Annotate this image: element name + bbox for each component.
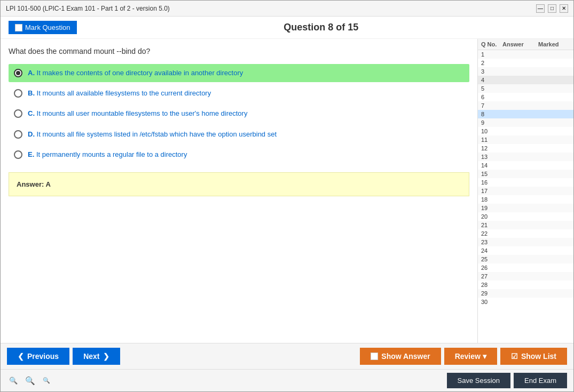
sidebar-row-answer bbox=[502, 247, 538, 254]
option-c[interactable]: C. It mounts all user mountable filesyst… bbox=[9, 105, 469, 123]
sidebar-row[interactable]: 8 bbox=[478, 110, 573, 118]
sidebar-row-answer bbox=[502, 273, 538, 279]
sidebar-row[interactable]: 12 bbox=[478, 144, 573, 153]
sidebar-row-marked bbox=[538, 273, 570, 279]
option-b[interactable]: B. It mounts all available filesystems t… bbox=[9, 84, 469, 102]
sidebar-row-num: 2 bbox=[481, 60, 502, 66]
sidebar-row[interactable]: 16 bbox=[478, 178, 573, 187]
sidebar-row-answer bbox=[502, 60, 538, 66]
sidebar-row[interactable]: 22 bbox=[478, 229, 573, 238]
title-bar: LPI 101-500 (LPIC-1 Exam 101 - Part 1 of… bbox=[1, 1, 573, 17]
sidebar-row-marked bbox=[538, 154, 570, 160]
end-exam-button[interactable]: End Exam bbox=[514, 373, 567, 388]
sidebar-row[interactable]: 4 bbox=[478, 76, 573, 84]
sidebar-row-num: 14 bbox=[481, 162, 502, 169]
sidebar-row-num: 23 bbox=[481, 239, 502, 245]
sidebar-row-num: 3 bbox=[481, 68, 502, 75]
review-arrow-icon: ▾ bbox=[483, 352, 486, 361]
mark-question-button[interactable]: Mark Question bbox=[9, 21, 77, 34]
sidebar-row-num: 25 bbox=[481, 256, 502, 262]
option-a[interactable]: A. It makes the contents of one director… bbox=[9, 64, 469, 82]
sidebar-row-num: 22 bbox=[481, 230, 502, 237]
sidebar-row-answer bbox=[502, 154, 538, 160]
sidebar-row[interactable]: 17 bbox=[478, 187, 573, 195]
save-session-button[interactable]: Save Session bbox=[447, 373, 511, 388]
sidebar-row[interactable]: 25 bbox=[478, 255, 573, 263]
sidebar-row[interactable]: 11 bbox=[478, 135, 573, 144]
sidebar-row[interactable]: 2 bbox=[478, 59, 573, 67]
show-answer-icon bbox=[371, 353, 378, 360]
sidebar-row[interactable]: 26 bbox=[478, 263, 573, 272]
show-answer-button[interactable]: Show Answer bbox=[360, 348, 441, 365]
sidebar-row-marked bbox=[538, 145, 570, 151]
sidebar-rows: 1 2 3 4 5 6 7 8 bbox=[478, 50, 573, 306]
previous-button[interactable]: Previous bbox=[7, 348, 69, 365]
sidebar-row[interactable]: 29 bbox=[478, 289, 573, 298]
sidebar-row-marked bbox=[538, 196, 570, 203]
sidebar-row-num: 9 bbox=[481, 119, 502, 126]
sidebar-row[interactable]: 6 bbox=[478, 93, 573, 101]
show-list-button[interactable]: ☑ Show List bbox=[500, 348, 567, 365]
sidebar-row[interactable]: 24 bbox=[478, 246, 573, 255]
sidebar-row-num: 19 bbox=[481, 205, 502, 211]
sidebar-row-answer bbox=[502, 256, 538, 262]
sidebar-row-marked bbox=[538, 171, 570, 177]
sidebar-row-num: 26 bbox=[481, 265, 502, 271]
option-c-text: C. It mounts all user mountable filesyst… bbox=[28, 109, 247, 118]
sidebar-row-num: 6 bbox=[481, 94, 502, 100]
sidebar-row[interactable]: 13 bbox=[478, 153, 573, 161]
sidebar-row-answer bbox=[502, 196, 538, 203]
sidebar-row[interactable]: 5 bbox=[478, 84, 573, 93]
option-e[interactable]: E. It permanently mounts a regular file … bbox=[9, 146, 469, 164]
sidebar-row-num: 15 bbox=[481, 171, 502, 177]
sidebar-row-answer bbox=[502, 137, 538, 143]
option-d[interactable]: D. It mounts all file systems listed in … bbox=[9, 125, 469, 143]
sidebar-row-num: 7 bbox=[481, 102, 502, 109]
main-window: LPI 101-500 (LPIC-1 Exam 101 - Part 1 of… bbox=[0, 0, 574, 392]
zoom-in-button[interactable]: 🔍 bbox=[41, 375, 52, 387]
sidebar-qno-header: Q No. bbox=[481, 41, 502, 47]
sidebar-row-num: 30 bbox=[481, 299, 502, 305]
close-button[interactable]: ✕ bbox=[560, 4, 568, 13]
sidebar-row[interactable]: 10 bbox=[478, 127, 573, 135]
option-a-radio bbox=[14, 69, 22, 77]
sidebar-row-marked bbox=[538, 247, 570, 254]
sidebar-row-marked bbox=[538, 213, 570, 220]
review-label: Review bbox=[455, 352, 481, 361]
sidebar-row[interactable]: 27 bbox=[478, 272, 573, 281]
sidebar-row-num: 27 bbox=[481, 273, 502, 279]
sidebar-row[interactable]: 30 bbox=[478, 298, 573, 306]
sidebar-row-answer bbox=[502, 290, 538, 297]
sidebar-row[interactable]: 7 bbox=[478, 101, 573, 110]
zoom-out-button[interactable]: 🔍 bbox=[7, 375, 20, 387]
sidebar-row[interactable]: 9 bbox=[478, 118, 573, 127]
sidebar-row[interactable]: 21 bbox=[478, 221, 573, 229]
sidebar-row[interactable]: 15 bbox=[478, 170, 573, 178]
sidebar-row[interactable]: 3 bbox=[478, 67, 573, 76]
sidebar-row[interactable]: 20 bbox=[478, 212, 573, 221]
sidebar-row-num: 5 bbox=[481, 85, 502, 92]
question-list-sidebar: Q No. Answer Marked 1 2 3 4 5 bbox=[477, 39, 573, 343]
sidebar-row-answer bbox=[502, 128, 538, 134]
sidebar-row[interactable]: 18 bbox=[478, 195, 573, 204]
review-button[interactable]: Review ▾ bbox=[444, 348, 497, 365]
option-d-text: D. It mounts all file systems listed in … bbox=[28, 130, 277, 139]
sidebar-row-marked bbox=[538, 282, 570, 288]
sidebar-row[interactable]: 14 bbox=[478, 161, 573, 170]
minimize-button[interactable]: — bbox=[536, 4, 545, 13]
next-button[interactable]: Next bbox=[73, 348, 120, 365]
sidebar-row-num: 4 bbox=[481, 77, 502, 83]
sidebar-row-marked bbox=[538, 205, 570, 211]
option-a-text: A. It makes the contents of one director… bbox=[28, 68, 243, 78]
show-answer-label: Show Answer bbox=[381, 352, 430, 361]
sidebar-row[interactable]: 28 bbox=[478, 281, 573, 289]
sidebar-row[interactable]: 23 bbox=[478, 238, 573, 246]
zoom-normal-button[interactable]: 🔍 bbox=[23, 375, 37, 387]
mark-question-label: Mark Question bbox=[25, 23, 70, 31]
sidebar-row[interactable]: 19 bbox=[478, 204, 573, 212]
sidebar-row-num: 10 bbox=[481, 128, 502, 134]
maximize-button[interactable]: □ bbox=[548, 4, 556, 13]
sidebar-row-marked bbox=[538, 94, 570, 100]
sidebar-row[interactable]: 1 bbox=[478, 50, 573, 59]
sidebar-row-answer bbox=[502, 282, 538, 288]
